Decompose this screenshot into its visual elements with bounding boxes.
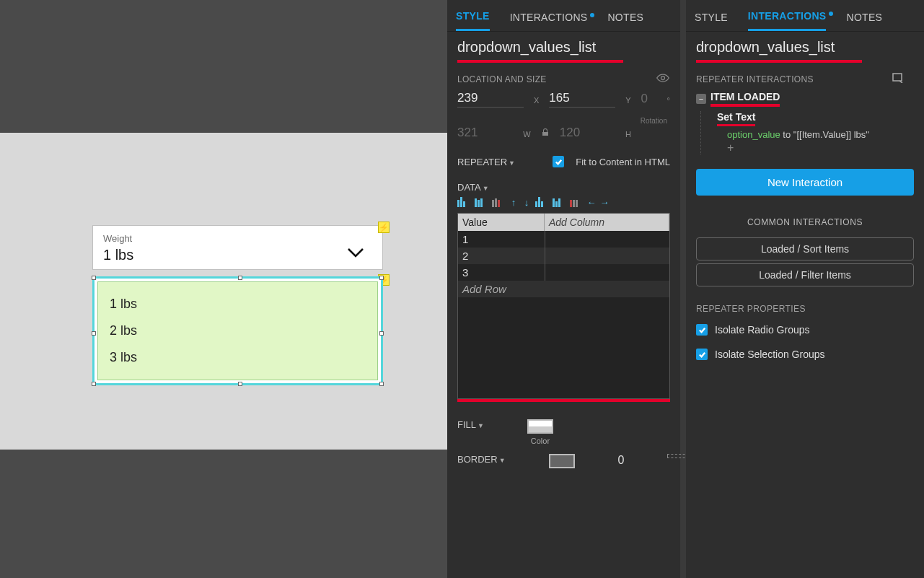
- repeater-properties-label: REPEATER PROPERTIES: [696, 304, 914, 314]
- chevron-down-icon[interactable]: [346, 246, 365, 262]
- has-interactions-dot-icon: [829, 12, 833, 16]
- dropdown-selected: 1 lbs: [103, 247, 372, 263]
- svg-point-0: [661, 76, 665, 80]
- data-col-icon[interactable]: [570, 197, 583, 207]
- widget-name[interactable]: dropdown_values_list: [686, 32, 924, 60]
- add-row[interactable]: Add Row: [458, 281, 669, 297]
- data-cell[interactable]: 3: [458, 264, 545, 281]
- tab-interactions[interactable]: INTERACTIONS: [748, 7, 827, 31]
- data-col-icon[interactable]: [535, 197, 548, 207]
- annotation-underline: [457, 399, 670, 402]
- annotation-underline: [457, 60, 623, 63]
- canvas[interactable]: ⚡ Weight 1 lbs ⚡ 1 lbs 2 lbs 3 lbs: [0, 0, 447, 578]
- border-thickness[interactable]: 0: [618, 454, 625, 467]
- fill-color-swatch[interactable]: [527, 419, 553, 434]
- tab-style[interactable]: STYLE: [695, 9, 728, 30]
- event-block[interactable]: − ITEM LOADED Set Text option_value to "…: [686, 91, 924, 159]
- y-input[interactable]: 165: [549, 91, 615, 108]
- dropdown-widget[interactable]: ⚡ Weight 1 lbs ⚡ 1 lbs 2 lbs 3 lbs: [92, 225, 383, 385]
- rotation-input[interactable]: 0: [641, 92, 657, 108]
- dropdown-option[interactable]: 1 lbs: [105, 291, 370, 318]
- tab-notes[interactable]: NOTES: [607, 9, 643, 30]
- section-data[interactable]: DATA▼: [457, 182, 489, 193]
- isolate-radio-checkbox[interactable]: [696, 324, 708, 336]
- section-location-size: LOCATION AND SIZE: [447, 73, 680, 91]
- lock-aspect-icon[interactable]: [541, 128, 550, 141]
- width-input: 321: [457, 126, 513, 141]
- annotation-underline: [696, 60, 862, 63]
- section-repeater[interactable]: REPEATER▼: [457, 157, 515, 167]
- dropdown-header[interactable]: ⚡ Weight 1 lbs ⚡: [92, 225, 383, 270]
- interaction-bolt-icon: ⚡: [378, 222, 390, 233]
- create-component-icon[interactable]: [892, 73, 904, 85]
- border-color-swatch[interactable]: [549, 454, 575, 468]
- add-column[interactable]: Add Column: [545, 214, 669, 231]
- data-toolbar: ↑ ↓ ← →: [447, 194, 680, 213]
- data-col-icon[interactable]: [553, 197, 566, 207]
- move-up-icon[interactable]: ↑: [509, 197, 518, 207]
- inspector-tabs: STYLE INTERACTIONS NOTES: [447, 0, 680, 32]
- data-col-icon[interactable]: [492, 197, 505, 207]
- repeater-data-grid[interactable]: Value Add Column 1 2 3 Add Row: [457, 213, 670, 399]
- action-detail[interactable]: option_value to "[[Item.Value]] lbs": [717, 126, 914, 141]
- section-fill[interactable]: FILL▼: [457, 419, 484, 430]
- inspector-panel-interactions: STYLE INTERACTIONS NOTES dropdown_values…: [686, 0, 924, 578]
- new-interaction-button[interactable]: New Interaction: [696, 169, 914, 196]
- tab-interactions[interactable]: INTERACTIONS: [510, 9, 588, 30]
- tab-style[interactable]: STYLE: [456, 7, 490, 31]
- svg-rect-1: [893, 74, 902, 81]
- has-interactions-dot-icon: [590, 13, 594, 17]
- inspector-tabs: STYLE INTERACTIONS NOTES: [686, 0, 924, 32]
- section-repeater-interactions: REPEATER INTERACTIONS: [686, 73, 924, 91]
- common-interaction-button[interactable]: Loaded / Filter Items: [696, 263, 914, 286]
- action-name[interactable]: Set Text: [717, 111, 755, 126]
- data-col-icon[interactable]: [457, 197, 470, 207]
- dropdown-label: Weight: [103, 233, 372, 244]
- move-right-icon[interactable]: →: [600, 197, 609, 207]
- move-left-icon[interactable]: ←: [587, 197, 596, 207]
- dropdown-option[interactable]: 3 lbs: [105, 344, 370, 371]
- event-name[interactable]: ITEM LOADED: [710, 91, 780, 107]
- common-interactions-label: COMMON INTERACTIONS: [686, 206, 924, 235]
- data-cell[interactable]: 2: [458, 248, 545, 264]
- isolate-selection-checkbox[interactable]: [696, 349, 708, 360]
- data-col-icon[interactable]: [475, 197, 488, 207]
- inspector-panel-style: STYLE INTERACTIONS NOTES dropdown_values…: [447, 0, 686, 578]
- section-border[interactable]: BORDER▼: [457, 454, 506, 465]
- tab-notes[interactable]: NOTES: [846, 9, 882, 30]
- collapse-icon[interactable]: −: [696, 94, 706, 104]
- fit-to-content-checkbox[interactable]: [553, 156, 564, 167]
- visibility-toggle-icon[interactable]: [656, 73, 670, 85]
- dropdown-list-selection[interactable]: 1 lbs 2 lbs 3 lbs: [92, 276, 383, 385]
- dropdown-list[interactable]: 1 lbs 2 lbs 3 lbs: [97, 281, 378, 380]
- move-down-icon[interactable]: ↓: [522, 197, 531, 207]
- add-action-icon[interactable]: +: [717, 141, 914, 154]
- column-header[interactable]: Value: [458, 214, 545, 231]
- height-input: 120: [560, 126, 615, 141]
- dropdown-option[interactable]: 2 lbs: [105, 318, 370, 344]
- widget-name[interactable]: dropdown_values_list: [447, 32, 680, 60]
- common-interaction-button[interactable]: Loaded / Sort Items: [696, 237, 914, 260]
- x-input[interactable]: 239: [457, 91, 524, 108]
- data-cell[interactable]: 1: [458, 231, 545, 248]
